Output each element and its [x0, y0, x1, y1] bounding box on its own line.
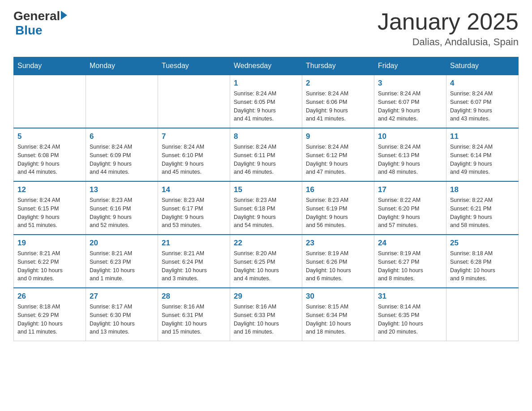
day-number: 10	[378, 132, 442, 141]
logo-arrow-icon	[61, 11, 67, 20]
calendar-cell: 1Sunrise: 8:24 AM Sunset: 6:05 PM Daylig…	[230, 75, 302, 128]
day-number: 18	[450, 185, 515, 194]
logo: General Blue	[13, 9, 67, 38]
day-number: 11	[450, 132, 515, 141]
day-info: Sunrise: 8:18 AM Sunset: 6:29 PM Dayligh…	[17, 303, 82, 336]
day-info: Sunrise: 8:24 AM Sunset: 6:07 PM Dayligh…	[450, 90, 515, 123]
calendar-cell: 21Sunrise: 8:21 AM Sunset: 6:24 PM Dayli…	[158, 235, 230, 288]
page-header: General Blue January 2025 Dalias, Andalu…	[13, 9, 519, 48]
calendar-cell: 14Sunrise: 8:23 AM Sunset: 6:17 PM Dayli…	[158, 181, 230, 235]
week-row-4: 19Sunrise: 8:21 AM Sunset: 6:22 PM Dayli…	[14, 235, 519, 288]
logo-blue-text: Blue	[15, 23, 43, 38]
day-number: 9	[306, 132, 370, 141]
weekday-header-row: SundayMondayTuesdayWednesdayThursdayFrid…	[14, 57, 519, 75]
day-number: 27	[90, 292, 154, 301]
day-info: Sunrise: 8:15 AM Sunset: 6:34 PM Dayligh…	[306, 303, 370, 336]
day-number: 17	[378, 185, 442, 194]
day-number: 1	[234, 79, 298, 88]
week-row-3: 12Sunrise: 8:24 AM Sunset: 6:15 PM Dayli…	[14, 181, 519, 235]
day-number: 28	[162, 292, 226, 301]
day-number: 15	[234, 185, 298, 194]
calendar-cell: 15Sunrise: 8:23 AM Sunset: 6:18 PM Dayli…	[230, 181, 302, 235]
day-number: 4	[450, 79, 515, 88]
week-row-1: 1Sunrise: 8:24 AM Sunset: 6:05 PM Daylig…	[14, 75, 519, 128]
calendar-cell: 8Sunrise: 8:24 AM Sunset: 6:11 PM Daylig…	[230, 128, 302, 181]
day-info: Sunrise: 8:24 AM Sunset: 6:05 PM Dayligh…	[234, 90, 298, 123]
day-info: Sunrise: 8:24 AM Sunset: 6:12 PM Dayligh…	[306, 143, 370, 176]
day-number: 8	[234, 132, 298, 141]
day-info: Sunrise: 8:24 AM Sunset: 6:10 PM Dayligh…	[162, 143, 226, 176]
calendar-cell	[446, 288, 519, 341]
day-number: 14	[162, 185, 226, 194]
day-number: 29	[234, 292, 298, 301]
day-number: 23	[306, 239, 370, 248]
weekday-header-sunday: Sunday	[14, 57, 86, 75]
day-number: 20	[90, 239, 154, 248]
day-info: Sunrise: 8:24 AM Sunset: 6:09 PM Dayligh…	[90, 143, 154, 176]
day-info: Sunrise: 8:20 AM Sunset: 6:25 PM Dayligh…	[234, 249, 298, 283]
day-number: 3	[378, 79, 442, 88]
day-info: Sunrise: 8:16 AM Sunset: 6:33 PM Dayligh…	[234, 303, 298, 336]
day-number: 12	[17, 185, 82, 194]
day-info: Sunrise: 8:23 AM Sunset: 6:19 PM Dayligh…	[306, 196, 370, 230]
weekday-header-saturday: Saturday	[446, 57, 519, 75]
day-info: Sunrise: 8:22 AM Sunset: 6:20 PM Dayligh…	[378, 196, 442, 230]
day-info: Sunrise: 8:18 AM Sunset: 6:28 PM Dayligh…	[450, 249, 515, 283]
calendar-cell: 4Sunrise: 8:24 AM Sunset: 6:07 PM Daylig…	[446, 75, 519, 128]
weekday-header-monday: Monday	[86, 57, 158, 75]
day-number: 19	[17, 239, 82, 248]
calendar-cell: 28Sunrise: 8:16 AM Sunset: 6:31 PM Dayli…	[158, 288, 230, 341]
weekday-header-wednesday: Wednesday	[230, 57, 302, 75]
day-number: 2	[306, 79, 370, 88]
calendar-cell: 25Sunrise: 8:18 AM Sunset: 6:28 PM Dayli…	[446, 235, 519, 288]
calendar-table: SundayMondayTuesdayWednesdayThursdayFrid…	[13, 57, 519, 341]
day-number: 24	[378, 239, 442, 248]
calendar-cell: 3Sunrise: 8:24 AM Sunset: 6:07 PM Daylig…	[374, 75, 446, 128]
calendar-cell: 9Sunrise: 8:24 AM Sunset: 6:12 PM Daylig…	[302, 128, 374, 181]
calendar-cell: 30Sunrise: 8:15 AM Sunset: 6:34 PM Dayli…	[302, 288, 374, 341]
day-info: Sunrise: 8:21 AM Sunset: 6:22 PM Dayligh…	[17, 249, 82, 283]
weekday-header-thursday: Thursday	[302, 57, 374, 75]
day-info: Sunrise: 8:24 AM Sunset: 6:08 PM Dayligh…	[17, 143, 82, 176]
week-row-2: 5Sunrise: 8:24 AM Sunset: 6:08 PM Daylig…	[14, 128, 519, 181]
day-number: 7	[162, 132, 226, 141]
calendar-subtitle: Dalias, Andalusia, Spain	[378, 36, 519, 48]
day-number: 16	[306, 185, 370, 194]
calendar-cell: 11Sunrise: 8:24 AM Sunset: 6:14 PM Dayli…	[446, 128, 519, 181]
day-number: 26	[17, 292, 82, 301]
weekday-header-tuesday: Tuesday	[158, 57, 230, 75]
day-info: Sunrise: 8:24 AM Sunset: 6:07 PM Dayligh…	[378, 90, 442, 123]
calendar-cell: 27Sunrise: 8:17 AM Sunset: 6:30 PM Dayli…	[86, 288, 158, 341]
calendar-cell: 23Sunrise: 8:19 AM Sunset: 6:26 PM Dayli…	[302, 235, 374, 288]
calendar-cell: 16Sunrise: 8:23 AM Sunset: 6:19 PM Dayli…	[302, 181, 374, 235]
calendar-cell: 19Sunrise: 8:21 AM Sunset: 6:22 PM Dayli…	[14, 235, 86, 288]
day-info: Sunrise: 8:19 AM Sunset: 6:27 PM Dayligh…	[378, 249, 442, 283]
day-info: Sunrise: 8:21 AM Sunset: 6:24 PM Dayligh…	[162, 249, 226, 283]
weekday-header-friday: Friday	[374, 57, 446, 75]
calendar-cell: 2Sunrise: 8:24 AM Sunset: 6:06 PM Daylig…	[302, 75, 374, 128]
calendar-cell: 29Sunrise: 8:16 AM Sunset: 6:33 PM Dayli…	[230, 288, 302, 341]
logo-general-text: General	[13, 9, 60, 23]
day-number: 6	[90, 132, 154, 141]
day-info: Sunrise: 8:14 AM Sunset: 6:35 PM Dayligh…	[378, 303, 442, 336]
day-info: Sunrise: 8:16 AM Sunset: 6:31 PM Dayligh…	[162, 303, 226, 336]
calendar-cell: 22Sunrise: 8:20 AM Sunset: 6:25 PM Dayli…	[230, 235, 302, 288]
calendar-cell: 10Sunrise: 8:24 AM Sunset: 6:13 PM Dayli…	[374, 128, 446, 181]
calendar-cell	[158, 75, 230, 128]
calendar-cell: 24Sunrise: 8:19 AM Sunset: 6:27 PM Dayli…	[374, 235, 446, 288]
calendar-cell	[86, 75, 158, 128]
day-info: Sunrise: 8:23 AM Sunset: 6:17 PM Dayligh…	[162, 196, 226, 230]
day-info: Sunrise: 8:23 AM Sunset: 6:18 PM Dayligh…	[234, 196, 298, 230]
day-number: 21	[162, 239, 226, 248]
day-number: 5	[17, 132, 82, 141]
calendar-cell: 7Sunrise: 8:24 AM Sunset: 6:10 PM Daylig…	[158, 128, 230, 181]
calendar-title-block: January 2025 Dalias, Andalusia, Spain	[378, 9, 519, 48]
day-number: 31	[378, 292, 442, 301]
week-row-5: 26Sunrise: 8:18 AM Sunset: 6:29 PM Dayli…	[14, 288, 519, 341]
calendar-cell: 20Sunrise: 8:21 AM Sunset: 6:23 PM Dayli…	[86, 235, 158, 288]
day-number: 22	[234, 239, 298, 248]
day-info: Sunrise: 8:17 AM Sunset: 6:30 PM Dayligh…	[90, 303, 154, 336]
day-info: Sunrise: 8:24 AM Sunset: 6:13 PM Dayligh…	[378, 143, 442, 176]
day-info: Sunrise: 8:24 AM Sunset: 6:15 PM Dayligh…	[17, 196, 82, 230]
day-number: 30	[306, 292, 370, 301]
